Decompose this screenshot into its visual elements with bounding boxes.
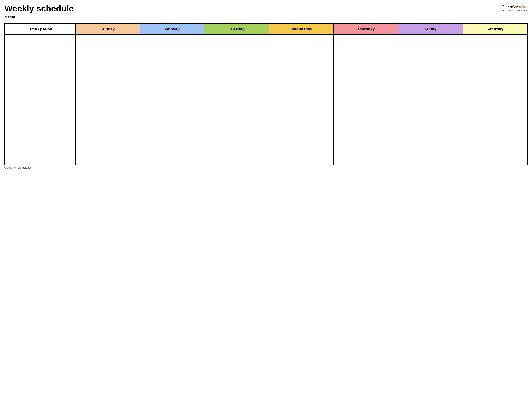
time-cell	[5, 35, 75, 45]
schedule-cell	[269, 135, 333, 145]
schedule-cell	[140, 75, 204, 85]
brand-block: Calendarpedia Your source for calendars	[501, 4, 528, 12]
time-cell	[5, 55, 75, 65]
schedule-cell	[140, 85, 204, 95]
schedule-cell	[269, 75, 333, 85]
schedule-cell	[463, 65, 527, 75]
schedule-cell	[75, 85, 140, 95]
schedule-cell	[463, 105, 527, 115]
page-title: Weekly schedule	[4, 4, 74, 13]
schedule-cell	[334, 135, 398, 145]
schedule-cell	[204, 35, 269, 45]
schedule-cell	[140, 95, 204, 105]
brand-name: Calendarpedia	[501, 4, 528, 10]
time-cell	[5, 45, 75, 55]
table-row	[5, 55, 527, 65]
schedule-cell	[140, 45, 204, 55]
time-cell	[5, 65, 75, 75]
schedule-cell	[140, 105, 204, 115]
time-cell	[5, 115, 75, 125]
schedule-cell	[204, 85, 269, 95]
schedule-cell	[75, 45, 140, 55]
schedule-cell	[269, 55, 333, 65]
table-row	[5, 125, 527, 135]
time-cell	[5, 95, 75, 105]
schedule-table: Time / period Sunday Monday Tuesday Wedn…	[4, 23, 528, 165]
schedule-cell	[75, 105, 140, 115]
schedule-cell	[75, 35, 140, 45]
schedule-cell	[398, 115, 463, 125]
schedule-cell	[269, 155, 333, 165]
schedule-cell	[140, 115, 204, 125]
col-header-saturday: Saturday	[463, 24, 527, 35]
time-cell	[5, 135, 75, 145]
schedule-cell	[75, 55, 140, 65]
schedule-cell	[75, 95, 140, 105]
schedule-cell	[398, 95, 463, 105]
time-cell	[5, 85, 75, 95]
schedule-cell	[398, 105, 463, 115]
schedule-cell	[204, 95, 269, 105]
schedule-cell	[140, 65, 204, 75]
schedule-cell	[204, 65, 269, 75]
schedule-cell	[463, 155, 527, 165]
schedule-cell	[140, 145, 204, 155]
schedule-cell	[334, 125, 398, 135]
schedule-cell	[204, 145, 269, 155]
schedule-cell	[398, 135, 463, 145]
schedule-cell	[269, 125, 333, 135]
schedule-cell	[334, 145, 398, 155]
schedule-cell	[463, 95, 527, 105]
schedule-cell	[398, 85, 463, 95]
schedule-cell	[204, 105, 269, 115]
schedule-cell	[269, 105, 333, 115]
col-header-friday: Friday	[398, 24, 463, 35]
schedule-cell	[75, 135, 140, 145]
table-row	[5, 65, 527, 75]
col-header-sunday: Sunday	[75, 24, 140, 35]
schedule-cell	[75, 115, 140, 125]
schedule-cell	[463, 35, 527, 45]
schedule-cell	[334, 105, 398, 115]
header: Weekly schedule Calendarpedia Your sourc…	[4, 4, 528, 13]
schedule-cell	[334, 35, 398, 45]
schedule-cell	[334, 65, 398, 75]
schedule-cell	[140, 35, 204, 45]
table-body	[5, 35, 527, 165]
col-header-wednesday: Wednesday	[269, 24, 333, 35]
brand-name-part2: pedia	[518, 4, 528, 9]
time-cell	[5, 105, 75, 115]
col-header-monday: Monday	[140, 24, 204, 35]
col-header-thursday: Thursday	[334, 24, 398, 35]
table-row	[5, 85, 527, 95]
schedule-cell	[398, 145, 463, 155]
schedule-cell	[269, 35, 333, 45]
schedule-cell	[334, 45, 398, 55]
table-header-row: Time / period Sunday Monday Tuesday Wedn…	[5, 24, 527, 35]
schedule-cell	[269, 115, 333, 125]
schedule-cell	[204, 45, 269, 55]
table-row	[5, 145, 527, 155]
schedule-cell	[334, 85, 398, 95]
schedule-cell	[398, 155, 463, 165]
time-cell	[5, 125, 75, 135]
schedule-cell	[75, 65, 140, 75]
schedule-cell	[204, 125, 269, 135]
schedule-cell	[269, 85, 333, 95]
time-cell	[5, 155, 75, 165]
footer-copyright: © www.calendarpedia.com	[4, 166, 528, 169]
schedule-cell	[269, 145, 333, 155]
schedule-cell	[463, 55, 527, 65]
schedule-cell	[140, 125, 204, 135]
schedule-cell	[463, 125, 527, 135]
schedule-cell	[334, 155, 398, 165]
schedule-cell	[75, 155, 140, 165]
schedule-cell	[75, 125, 140, 135]
schedule-cell	[204, 75, 269, 85]
table-row	[5, 135, 527, 145]
schedule-cell	[463, 75, 527, 85]
name-label: Name:	[4, 15, 528, 20]
schedule-cell	[398, 75, 463, 85]
col-header-time: Time / period	[5, 24, 75, 35]
schedule-cell	[140, 55, 204, 65]
